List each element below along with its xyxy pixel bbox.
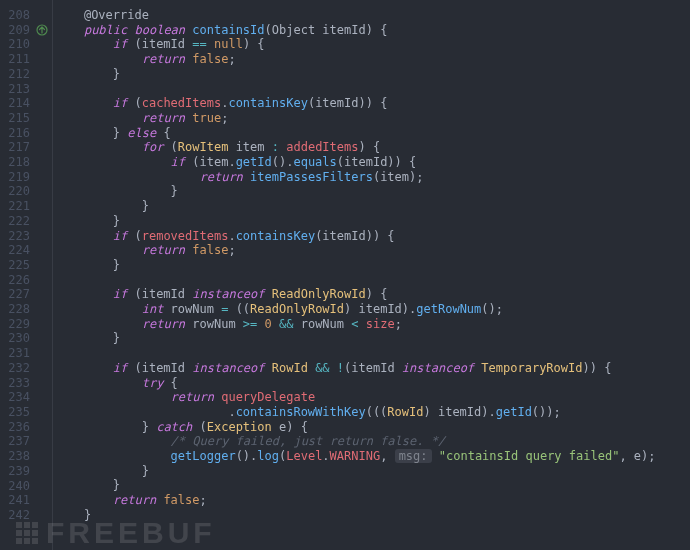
- code-line[interactable]: return itemPassesFilters(item);: [55, 170, 690, 185]
- line-number: 222: [0, 214, 34, 229]
- code-line[interactable]: if (cachedItems.containsKey(itemId)) {: [55, 96, 690, 111]
- line-number: 215: [0, 111, 34, 126]
- line-number: 231: [0, 346, 34, 361]
- line-number: 219: [0, 170, 34, 185]
- override-marker-icon: [34, 24, 52, 39]
- line-number: 230: [0, 331, 34, 346]
- code-line[interactable]: }: [55, 67, 690, 82]
- code-line[interactable]: }: [55, 478, 690, 493]
- line-number: 223: [0, 229, 34, 244]
- code-line[interactable]: return false;: [55, 243, 690, 258]
- code-line[interactable]: }: [55, 214, 690, 229]
- line-number: 217: [0, 140, 34, 155]
- line-number: 236: [0, 420, 34, 435]
- line-number: 240: [0, 479, 34, 494]
- line-number: 233: [0, 376, 34, 391]
- code-line[interactable]: /* Query failed, just return false. */: [55, 434, 690, 449]
- line-number: 211: [0, 52, 34, 67]
- code-line[interactable]: }: [55, 258, 690, 273]
- marker-gutter: [34, 0, 52, 550]
- line-number: 237: [0, 434, 34, 449]
- code-line[interactable]: [55, 273, 690, 288]
- code-line[interactable]: [55, 82, 690, 97]
- code-line[interactable]: if (itemId == null) {: [55, 37, 690, 52]
- code-line[interactable]: int rowNum = ((ReadOnlyRowId) itemId).ge…: [55, 302, 690, 317]
- code-area[interactable]: @Override public boolean containsId(Obje…: [52, 0, 690, 550]
- code-line[interactable]: if (itemId instanceof RowId && !(itemId …: [55, 361, 690, 376]
- code-line[interactable]: return false;: [55, 493, 690, 508]
- code-line[interactable]: }: [55, 464, 690, 479]
- code-line[interactable]: }: [55, 508, 690, 523]
- line-number-gutter: 2082092102112122132142152162172182192202…: [0, 0, 34, 550]
- code-line[interactable]: try {: [55, 376, 690, 391]
- line-number: 214: [0, 96, 34, 111]
- line-number: 242: [0, 508, 34, 523]
- line-number: 228: [0, 302, 34, 317]
- line-number: 234: [0, 390, 34, 405]
- code-line[interactable]: return rowNum >= 0 && rowNum < size;: [55, 317, 690, 332]
- line-number: 218: [0, 155, 34, 170]
- code-line[interactable]: return false;: [55, 52, 690, 67]
- code-line[interactable]: for (RowItem item : addedItems) {: [55, 140, 690, 155]
- line-number: 227: [0, 287, 34, 302]
- line-number: 208: [0, 8, 34, 23]
- code-line[interactable]: @Override: [55, 8, 690, 23]
- code-line[interactable]: } catch (Exception e) {: [55, 420, 690, 435]
- line-number: 216: [0, 126, 34, 141]
- code-line[interactable]: [55, 346, 690, 361]
- line-number: 209: [0, 23, 34, 38]
- code-line[interactable]: getLogger().log(Level.WARNING, msg: "con…: [55, 449, 690, 464]
- code-line[interactable]: .containsRowWithKey(((RowId) itemId).get…: [55, 405, 690, 420]
- code-editor[interactable]: 2082092102112122132142152162172182192202…: [0, 0, 690, 550]
- code-line[interactable]: return queryDelegate: [55, 390, 690, 405]
- code-line[interactable]: return true;: [55, 111, 690, 126]
- line-number: 210: [0, 37, 34, 52]
- line-number: 224: [0, 243, 34, 258]
- line-number: 238: [0, 449, 34, 464]
- line-number: 235: [0, 405, 34, 420]
- line-number: 229: [0, 317, 34, 332]
- line-number: 221: [0, 199, 34, 214]
- code-line[interactable]: if (itemId instanceof ReadOnlyRowId) {: [55, 287, 690, 302]
- code-line[interactable]: if (item.getId().equals(itemId)) {: [55, 155, 690, 170]
- line-number: 232: [0, 361, 34, 376]
- code-line[interactable]: public boolean containsId(Object itemId)…: [55, 23, 690, 38]
- line-number: 220: [0, 184, 34, 199]
- line-number: 239: [0, 464, 34, 479]
- line-number: 225: [0, 258, 34, 273]
- code-line[interactable]: }: [55, 184, 690, 199]
- code-line[interactable]: }: [55, 199, 690, 214]
- code-line[interactable]: } else {: [55, 126, 690, 141]
- line-number: 213: [0, 82, 34, 97]
- line-number: 226: [0, 273, 34, 288]
- line-number: 212: [0, 67, 34, 82]
- line-number: 241: [0, 493, 34, 508]
- code-line[interactable]: }: [55, 331, 690, 346]
- code-line[interactable]: if (removedItems.containsKey(itemId)) {: [55, 229, 690, 244]
